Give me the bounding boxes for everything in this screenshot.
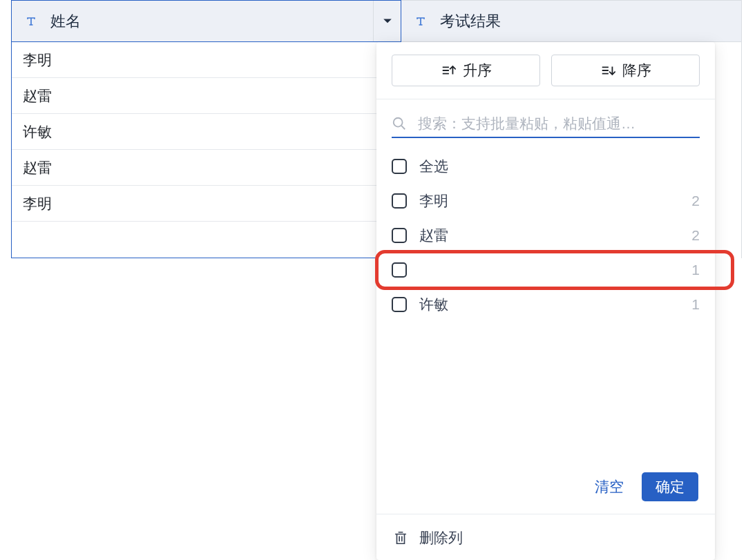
search-input[interactable] [417, 115, 700, 133]
column-name-label: 姓名 [50, 11, 81, 32]
checkbox[interactable] [392, 228, 407, 243]
search-wrap [376, 99, 715, 145]
checkbox[interactable] [392, 159, 407, 174]
checkbox[interactable] [392, 262, 407, 278]
select-all-label: 全选 [419, 157, 700, 176]
sort-desc-label: 降序 [622, 61, 651, 80]
table-row[interactable]: 李明 [12, 42, 401, 78]
sort-asc-button[interactable]: 升序 [392, 55, 540, 86]
cell-value: 赵雷 [23, 86, 52, 106]
text-type-icon [24, 15, 38, 28]
trash-icon [393, 530, 408, 546]
column-header-name[interactable]: 姓名 [12, 1, 401, 42]
cell-value: 许敏 [23, 122, 52, 142]
svg-point-0 [394, 118, 403, 127]
filter-option-label: 赵雷 [419, 226, 679, 245]
checkbox[interactable] [392, 297, 407, 312]
confirm-button[interactable]: 确定 [642, 472, 698, 501]
table-row[interactable]: 赵雷 [12, 78, 401, 114]
filter-option-label: 李明 [419, 191, 679, 211]
filter-select-all[interactable]: 全选 [392, 149, 700, 184]
sort-desc-button[interactable]: 降序 [551, 55, 700, 86]
filter-option-count: 2 [691, 193, 700, 209]
filter-footer: 清空 确定 [376, 460, 715, 514]
filter-option[interactable]: 李明 2 [392, 184, 700, 218]
column-filter-dropdown: 升序 降序 全选 李明 2 赵雷 2 [376, 42, 715, 560]
table-row[interactable]: 赵雷 [12, 150, 401, 186]
column-name: 姓名 李明 赵雷 许敏 赵雷 李明 [11, 0, 401, 258]
filter-option-label: 许敏 [419, 295, 679, 314]
column-header-result[interactable]: 考试结果 [401, 1, 741, 42]
filter-options-list: 全选 李明 2 赵雷 2 1 许敏 1 [376, 145, 715, 460]
checkbox[interactable] [392, 193, 407, 209]
sort-asc-icon [441, 63, 456, 78]
svg-line-1 [401, 126, 405, 129]
column-dropdown-trigger[interactable] [373, 1, 401, 41]
sort-asc-label: 升序 [463, 61, 492, 80]
filter-option-count: 1 [691, 296, 700, 313]
table-row[interactable]: 李明 [12, 186, 401, 222]
filter-option[interactable]: 赵雷 2 [392, 218, 700, 253]
table-row[interactable]: 许敏 [12, 114, 401, 150]
filter-option-count: 1 [691, 262, 700, 278]
cell-value: 李明 [23, 50, 52, 70]
clear-button[interactable]: 清空 [591, 476, 628, 497]
search-box[interactable] [392, 110, 700, 138]
table-row-empty[interactable] [12, 222, 401, 258]
column-result-label: 考试结果 [440, 11, 501, 32]
filter-option[interactable]: 许敏 1 [392, 287, 700, 322]
delete-column-button[interactable]: 删除列 [376, 514, 715, 560]
cell-value: 赵雷 [23, 158, 52, 177]
filter-option-empty[interactable]: 1 [392, 253, 700, 287]
sort-buttons-row: 升序 降序 [376, 55, 715, 99]
sort-desc-icon [600, 63, 615, 78]
delete-column-label: 删除列 [419, 528, 463, 548]
text-type-icon [414, 15, 428, 28]
highlight-annotation [375, 250, 734, 290]
cell-value: 李明 [23, 194, 52, 213]
search-icon [392, 116, 407, 131]
filter-option-count: 2 [691, 227, 700, 244]
